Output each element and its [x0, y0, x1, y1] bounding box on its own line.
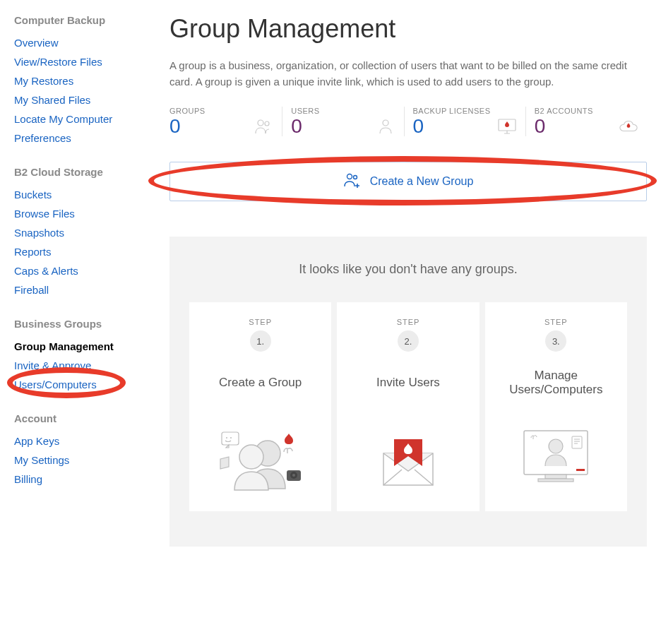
stat-groups: GROUPS 0: [169, 107, 282, 136]
svg-point-0: [258, 120, 263, 126]
main-content: Group Management A group is a business, …: [141, 0, 661, 644]
sidebar-item-fireball[interactable]: Fireball: [14, 280, 141, 299]
svg-point-7: [239, 445, 263, 469]
step-number: 3.: [545, 330, 566, 352]
step-title: Manage Users/Computers: [495, 367, 617, 398]
manage-users-illustration: [503, 418, 609, 496]
svg-point-18: [549, 439, 563, 453]
user-icon: [376, 117, 395, 136]
sidebar-section-b2-cloud-storage: B2 Cloud Storage Buckets Browse Files Sn…: [14, 166, 141, 299]
svg-point-2: [383, 120, 388, 126]
sidebar-item-my-settings[interactable]: My Settings: [14, 451, 141, 470]
steps-row: STEP 1. Create a Group: [189, 302, 627, 511]
stat-users-label: USERS: [291, 107, 319, 115]
stat-b2-label: B2 ACCOUNTS: [535, 107, 593, 115]
step-label: STEP: [544, 318, 568, 326]
svg-rect-16: [538, 479, 573, 482]
empty-state-title: It looks like you don't have any groups.: [189, 262, 627, 277]
svg-point-13: [292, 474, 295, 477]
sidebar-item-reports[interactable]: Reports: [14, 242, 141, 261]
svg-point-10: [230, 437, 232, 439]
page-description: A group is a business, organization, or …: [169, 58, 647, 90]
stat-b2-accounts: B2 ACCOUNTS 0: [535, 107, 647, 136]
sidebar-item-my-restores[interactable]: My Restores: [14, 71, 141, 90]
sidebar-heading: Computer Backup: [14, 14, 141, 26]
stat-users-value: 0: [291, 117, 319, 136]
empty-state-panel: It looks like you don't have any groups.…: [169, 237, 647, 547]
sidebar-item-caps-alerts[interactable]: Caps & Alerts: [14, 261, 141, 280]
group-icon: [254, 117, 273, 136]
svg-rect-17: [576, 469, 585, 471]
sidebar-item-snapshots[interactable]: Snapshots: [14, 223, 141, 242]
stat-users: USERS 0: [291, 107, 404, 136]
stat-groups-label: GROUPS: [169, 107, 206, 115]
invite-users-illustration: [355, 418, 461, 496]
sidebar-item-billing[interactable]: Billing: [14, 470, 141, 489]
svg-rect-19: [572, 436, 582, 448]
sidebar-item-view-restore-files[interactable]: View/Restore Files: [14, 52, 141, 71]
svg-point-1: [265, 121, 269, 126]
sidebar-item-locate-my-computer[interactable]: Locate My Computer: [14, 109, 141, 129]
sidebar-item-buckets[interactable]: Buckets: [14, 185, 141, 204]
cloud-fire-icon: [619, 117, 638, 136]
step-card-2: STEP 2. Invite Users: [337, 302, 479, 511]
svg-rect-8: [222, 432, 239, 445]
step-card-1: STEP 1. Create a Group: [189, 302, 331, 511]
stats-row: GROUPS 0 USERS 0 BACKUP LICENSES 0: [169, 107, 647, 136]
monitor-fire-icon: [497, 117, 517, 136]
svg-point-5: [353, 176, 357, 179]
sidebar: Computer Backup Overview View/Restore Fi…: [0, 0, 141, 644]
svg-rect-15: [545, 475, 566, 479]
stat-groups-value: 0: [169, 117, 206, 136]
sidebar-item-invite-approve[interactable]: Invite & Approve: [14, 356, 141, 375]
sidebar-item-group-management[interactable]: Group Management: [14, 337, 141, 356]
create-group-illustration: [208, 418, 314, 496]
svg-point-9: [226, 437, 227, 439]
sidebar-item-overview[interactable]: Overview: [14, 33, 141, 52]
step-label: STEP: [397, 318, 420, 326]
step-label: STEP: [249, 318, 272, 326]
stat-licenses-label: BACKUP LICENSES: [413, 107, 491, 115]
group-plus-icon: [343, 172, 362, 191]
stat-licenses-value: 0: [413, 117, 491, 136]
sidebar-item-users-computers[interactable]: Users/Computers: [14, 375, 141, 394]
sidebar-item-preferences[interactable]: Preferences: [14, 129, 141, 148]
create-new-group-button[interactable]: Create a New Group: [169, 162, 647, 201]
sidebar-heading: Business Groups: [14, 318, 141, 330]
sidebar-item-my-shared-files[interactable]: My Shared Files: [14, 90, 141, 109]
svg-point-4: [347, 174, 352, 179]
sidebar-section-account: Account App Keys My Settings Billing: [14, 412, 141, 489]
stat-b2-value: 0: [535, 117, 593, 136]
step-title: Invite Users: [376, 367, 440, 398]
page-title: Group Management: [169, 14, 647, 44]
sidebar-item-app-keys[interactable]: App Keys: [14, 431, 141, 451]
sidebar-heading: B2 Cloud Storage: [14, 166, 141, 178]
step-number: 2.: [398, 330, 419, 352]
sidebar-section-business-groups: Business Groups Group Management Invite …: [14, 318, 141, 394]
create-new-group-label: Create a New Group: [370, 175, 474, 188]
sidebar-heading: Account: [14, 412, 141, 424]
sidebar-item-browse-files[interactable]: Browse Files: [14, 204, 141, 223]
stat-backup-licenses: BACKUP LICENSES 0: [413, 107, 526, 136]
step-title: Create a Group: [219, 367, 302, 398]
create-group-wrapper: Create a New Group: [169, 162, 647, 201]
step-card-3: STEP 3. Manage Users/Computers: [485, 302, 627, 511]
step-number: 1.: [250, 330, 271, 352]
sidebar-section-computer-backup: Computer Backup Overview View/Restore Fi…: [14, 14, 141, 148]
